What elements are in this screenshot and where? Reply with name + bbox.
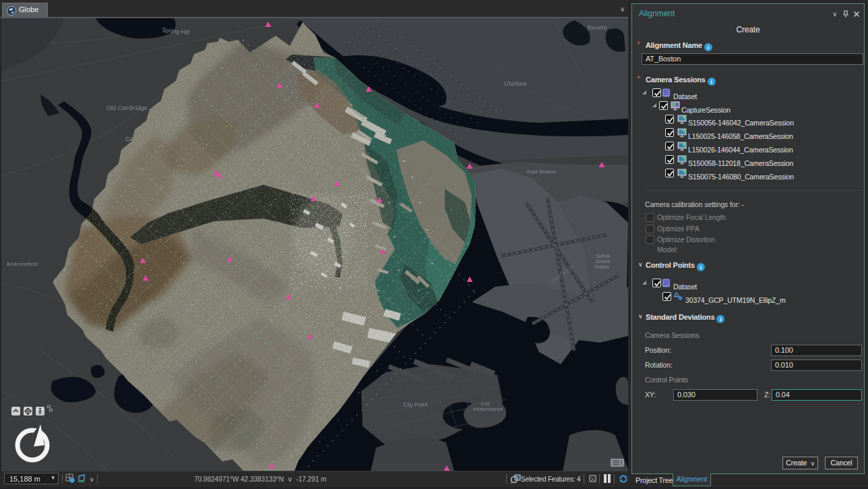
svg-text:City Point: City Point: [403, 401, 428, 408]
svg-text:East Boston: East Boston: [527, 169, 556, 175]
svg-text:Fort: Fort: [481, 401, 490, 406]
svg-text:Downs: Downs: [596, 259, 611, 264]
svg-text:Chelsea: Chelsea: [504, 80, 526, 87]
svg-text:Independence: Independence: [473, 407, 503, 412]
svg-text:Station: Station: [594, 264, 609, 269]
svg-text:Beaconsfield: Beaconsfield: [7, 261, 38, 267]
svg-text:Revere: Revere: [588, 24, 607, 31]
svg-text:Old Cambridge: Old Cambridge: [106, 105, 148, 111]
svg-text:Suffolk: Suffolk: [596, 254, 611, 258]
